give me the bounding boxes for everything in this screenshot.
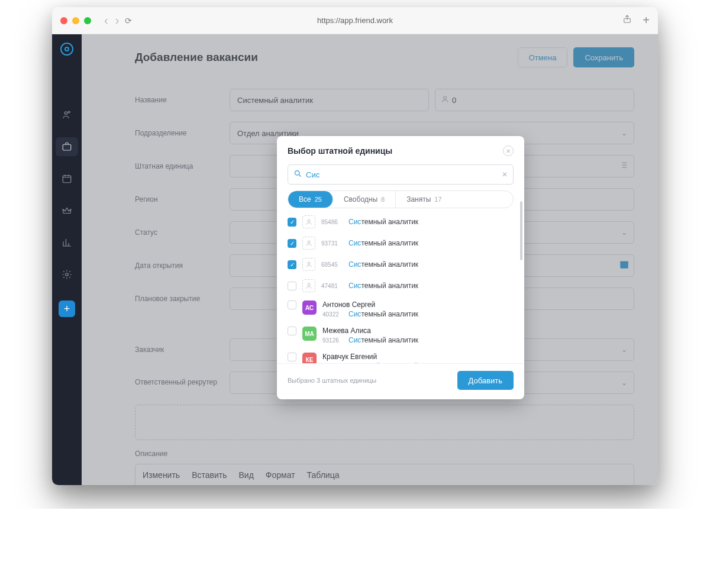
checkbox[interactable] <box>288 301 296 309</box>
unit-name: Системный аналитик <box>348 260 418 269</box>
unit-row[interactable]: ✓68545Системный аналитик <box>288 258 514 271</box>
person-name: Кравчук Евгений <box>322 353 450 361</box>
svg-point-11 <box>308 241 310 243</box>
modal-title: Выбор штатной единицы <box>288 146 392 156</box>
unit-id: 93731 <box>321 240 343 247</box>
unit-row[interactable]: 47481Системный аналитик <box>288 279 514 292</box>
browser-chrome: ‹ › https://app.friend.work ⟳ + <box>52 7 658 34</box>
share-icon[interactable] <box>622 14 632 27</box>
unit-row[interactable]: ✓93731Системный аналитик <box>288 237 514 250</box>
svg-point-5 <box>66 273 69 276</box>
avatar: АС <box>302 301 317 315</box>
window-minimize-button[interactable] <box>72 17 79 24</box>
staff-unit-modal: Выбор штатной единицы ✕ ✕ Все25 <box>277 136 524 399</box>
checkbox[interactable] <box>288 327 296 335</box>
clear-icon[interactable]: ✕ <box>502 170 508 179</box>
unit-name: Системный аналитик <box>348 282 418 290</box>
unit-id: 85486 <box>321 219 343 225</box>
tab-free[interactable]: Свободны8 <box>333 191 396 208</box>
sidebar-calendar-icon[interactable] <box>56 169 78 188</box>
svg-rect-3 <box>63 144 71 150</box>
avatar-placeholder <box>302 215 315 228</box>
tab-all[interactable]: Все25 <box>288 191 333 208</box>
sidebar: + <box>52 34 82 485</box>
modal-search-input[interactable] <box>288 164 514 185</box>
new-tab-button[interactable]: + <box>643 14 650 27</box>
app-logo[interactable] <box>60 43 73 56</box>
reload-icon[interactable]: ⟳ <box>125 16 132 25</box>
avatar-placeholder <box>302 258 315 271</box>
unit-name: Младший системный аналитик <box>348 362 450 363</box>
svg-point-1 <box>64 112 67 115</box>
browser-forward-button[interactable]: › <box>115 14 120 27</box>
svg-rect-4 <box>63 176 71 183</box>
scrollbar[interactable] <box>520 201 522 260</box>
unit-name: Системный аналитик <box>348 218 418 226</box>
unit-id: 40322 <box>322 311 344 318</box>
unit-row[interactable]: ✓85486Системный аналитик <box>288 215 514 228</box>
sidebar-crown-icon[interactable] <box>56 201 78 220</box>
person-row[interactable]: АСАнтонов Сергей40322Системный аналитик <box>288 301 514 318</box>
sidebar-settings-icon[interactable] <box>56 265 78 284</box>
modal-add-button[interactable]: Добавить <box>457 371 514 390</box>
svg-point-9 <box>295 171 300 176</box>
window-close-button[interactable] <box>60 17 67 24</box>
unit-id: 47481 <box>321 283 343 289</box>
person-row[interactable]: МАМежева Алиса93126Системный аналитик <box>288 327 514 344</box>
browser-back-button[interactable]: ‹ <box>104 14 108 27</box>
person-name: Межева Алиса <box>322 327 418 335</box>
unit-id: 68545 <box>321 261 343 268</box>
window-zoom-button[interactable] <box>84 17 91 24</box>
svg-point-12 <box>308 262 310 264</box>
avatar: КЕ <box>302 353 317 363</box>
unit-name: Системный аналитик <box>348 336 418 344</box>
sidebar-vacancies-icon[interactable] <box>56 137 78 156</box>
checkbox[interactable]: ✓ <box>288 260 296 269</box>
person-name: Антонов Сергей <box>322 301 418 309</box>
sidebar-analytics-icon[interactable] <box>56 233 78 252</box>
modal-tabs: Все25 Свободны8 Заняты17 <box>288 190 514 208</box>
avatar: МА <box>302 327 317 341</box>
browser-url[interactable]: https://app.friend.work <box>317 16 393 25</box>
unit-name: Системный аналитик <box>348 310 418 318</box>
checkbox[interactable]: ✓ <box>288 218 296 227</box>
unit-name: Системный аналитик <box>348 239 418 247</box>
person-row[interactable]: КЕКравчук Евгений78239Младший системный … <box>288 353 514 363</box>
svg-point-13 <box>308 283 310 286</box>
sidebar-add-button[interactable]: + <box>59 301 75 317</box>
checkbox[interactable]: ✓ <box>288 239 296 248</box>
avatar-placeholder <box>302 279 315 292</box>
svg-point-2 <box>68 111 70 113</box>
unit-id: 93126 <box>322 337 344 344</box>
tab-busy[interactable]: Заняты17 <box>396 191 452 208</box>
avatar-placeholder <box>302 237 315 250</box>
selected-count: Выбрано 3 штатных единицы <box>288 377 376 384</box>
checkbox[interactable] <box>288 282 296 290</box>
checkbox[interactable] <box>288 353 296 361</box>
unit-id: 78239 <box>322 363 344 364</box>
search-icon <box>293 169 302 180</box>
svg-point-10 <box>308 219 310 222</box>
modal-close-button[interactable]: ✕ <box>503 146 514 156</box>
sidebar-candidates-icon[interactable] <box>56 105 78 124</box>
